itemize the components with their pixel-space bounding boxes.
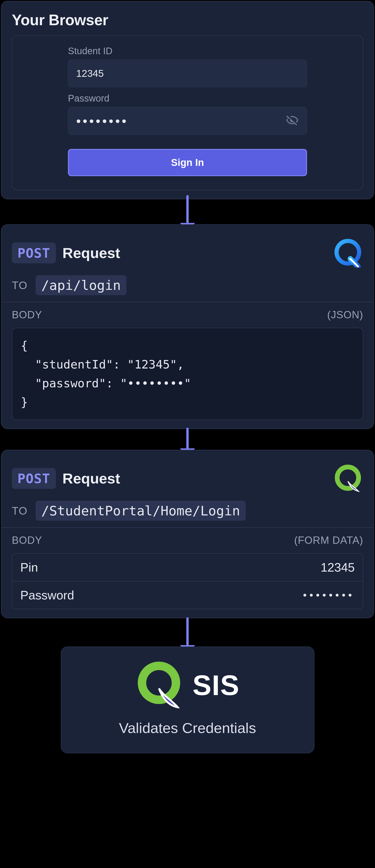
request-path: /StudentPortal/Home/Login [36, 501, 246, 521]
svg-point-4 [142, 666, 176, 700]
password-value: •••••••• [76, 113, 286, 129]
to-label: TO [12, 279, 28, 292]
form-key: Pin [20, 560, 38, 575]
request-path: /api/login [36, 275, 126, 295]
sis-title: SIS [193, 669, 239, 702]
form-value: 12345 [320, 560, 355, 575]
password-input[interactable]: •••••••• [68, 107, 307, 135]
password-field: Password •••••••• [68, 93, 307, 135]
sis-subtitle: Validates Credentials [119, 719, 256, 736]
password-label: Password [68, 93, 307, 104]
to-label: TO [12, 504, 28, 517]
request-panel-sis: POST Request TO /StudentPortal/Home/Logi… [1, 450, 374, 618]
svg-point-1 [337, 241, 359, 264]
request-panel-api: POST Request TO [1, 224, 374, 429]
form-key: Password [20, 588, 74, 602]
body-type: (JSON) [327, 309, 363, 321]
svg-point-3 [337, 467, 359, 489]
sis-q-logo-icon [135, 661, 182, 709]
login-form: Student ID 12345 Password •••••••• Sign … [12, 35, 363, 190]
table-row: Password •••••••• [12, 581, 363, 609]
body-type: (FORM DATA) [294, 534, 363, 546]
separator [1, 527, 374, 528]
sis-panel: SIS Validates Credentials [61, 647, 314, 753]
http-method-badge: POST [12, 468, 56, 489]
browser-panel: Your Browser Student ID 12345 Password •… [1, 1, 374, 199]
separator [1, 302, 374, 302]
student-id-input[interactable]: 12345 [68, 60, 307, 87]
visibility-off-icon[interactable] [286, 114, 299, 128]
body-label: BODY [12, 309, 42, 321]
sign-in-label: Sign In [171, 157, 204, 168]
app-q-blue-icon [333, 238, 363, 268]
student-id-label: Student ID [68, 46, 307, 56]
student-id-field: Student ID 12345 [68, 46, 307, 87]
form-value: •••••••• [303, 589, 355, 601]
form-data-table: Pin 12345 Password •••••••• [12, 553, 363, 609]
sign-in-button[interactable]: Sign In [68, 149, 307, 176]
request-heading: Request [62, 470, 120, 487]
browser-title: Your Browser [12, 11, 363, 29]
table-row: Pin 12345 [12, 554, 363, 581]
body-label: BODY [12, 534, 42, 546]
http-method-badge: POST [12, 243, 56, 264]
student-id-value: 12345 [76, 68, 299, 79]
sis-q-green-icon [333, 463, 363, 494]
request-heading: Request [62, 245, 120, 261]
json-body: { "studentId": "12345", "password": "•••… [12, 328, 363, 420]
